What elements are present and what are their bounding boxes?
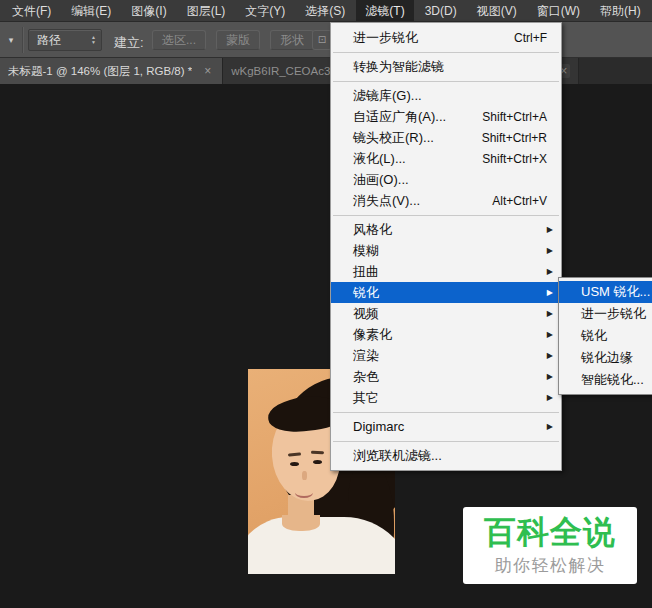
menu-item-label: 进一步锐化: [353, 29, 514, 47]
filter-menu-item[interactable]: 浏览联机滤镜...: [331, 445, 561, 466]
menu-item-label: Digimarc: [353, 419, 543, 434]
menu-item-shortcut: Shift+Ctrl+X: [482, 152, 553, 166]
photo-mouth: [295, 487, 313, 498]
submenu-item[interactable]: 锐化: [559, 325, 652, 347]
sharpen-submenu: USM 锐化...进一步锐化锐化锐化边缘智能锐化...: [558, 277, 652, 395]
watermark-subtitle: 助你轻松解决: [495, 554, 606, 577]
menu-item-label: 杂色: [353, 368, 543, 386]
menu-item-label: 液化(L)...: [353, 150, 482, 168]
menubar-item[interactable]: 滤镜(T): [356, 0, 413, 21]
filter-menu-item[interactable]: Digimarc▶: [331, 416, 561, 437]
filter-menu-item[interactable]: 消失点(V)...Alt+Ctrl+V: [331, 190, 561, 211]
menu-item-shortcut: Ctrl+F: [514, 31, 553, 45]
options-divider: [22, 27, 24, 53]
filter-menu-item[interactable]: 模糊▶: [331, 240, 561, 261]
menu-item-label: 模糊: [353, 242, 543, 260]
submenu-arrow-icon: ▶: [543, 246, 553, 255]
menu-separator: [333, 412, 559, 413]
menubar-item[interactable]: 编辑(E): [62, 0, 120, 21]
menubar-item[interactable]: 文件(F): [3, 0, 60, 21]
filter-menu-item[interactable]: 渲染▶: [331, 345, 561, 366]
tab-title: wKgB6IR_CEOAc3: [231, 65, 330, 77]
menu-item-label: 视频: [353, 305, 543, 323]
filter-menu-item[interactable]: 杂色▶: [331, 366, 561, 387]
menu-separator: [333, 215, 559, 216]
menu-item-label: 风格化: [353, 221, 543, 239]
select-arrows-icon: ▲▼: [91, 35, 101, 45]
menu-item-label: 转换为智能滤镜: [353, 58, 553, 76]
menu-separator: [333, 441, 559, 442]
menu-separator: [333, 81, 559, 82]
submenu-item[interactable]: USM 锐化...: [559, 281, 652, 303]
menubar-item[interactable]: 文字(Y): [236, 0, 294, 21]
photo-eye-right: [313, 460, 322, 464]
menubar-item[interactable]: 帮助(H): [591, 0, 650, 21]
menubar-item[interactable]: 窗口(W): [528, 0, 589, 21]
photo-nose: [302, 471, 307, 480]
filter-menu-item[interactable]: 液化(L)...Shift+Ctrl+X: [331, 148, 561, 169]
menu-item-shortcut: Alt+Ctrl+V: [492, 194, 553, 208]
watermark-title: 百科全说: [484, 515, 616, 549]
filter-menu-item[interactable]: 转换为智能滤镜: [331, 56, 561, 77]
menu-item-shortcut: Shift+Ctrl+A: [482, 110, 553, 124]
submenu-arrow-icon: ▶: [543, 351, 553, 360]
submenu-arrow-icon: ▶: [543, 422, 553, 431]
submenu-arrow-icon: ▶: [543, 309, 553, 318]
path-operations-button[interactable]: ⊡: [312, 30, 332, 50]
filter-menu-item[interactable]: 进一步锐化Ctrl+F: [331, 27, 561, 48]
menubar-item[interactable]: 图像(I): [122, 0, 175, 21]
tab-title: 未标题-1 @ 146% (图层 1, RGB/8) *: [8, 64, 192, 79]
submenu-arrow-icon: ▶: [543, 225, 553, 234]
photo-shirt: [248, 517, 395, 574]
tab-close-icon[interactable]: ×: [201, 64, 214, 78]
filter-menu: 进一步锐化Ctrl+F转换为智能滤镜滤镜库(G)...自适应广角(A)...Sh…: [330, 22, 562, 471]
submenu-arrow-icon: ▶: [543, 267, 553, 276]
menu-item-label: 像素化: [353, 326, 543, 344]
tool-preset-dropdown-icon[interactable]: ▾: [3, 33, 19, 47]
menubar-item[interactable]: 选择(S): [296, 0, 354, 21]
menu-bar: 文件(F)编辑(E)图像(I)图层(L)文字(Y)选择(S)滤镜(T)3D(D)…: [0, 0, 652, 22]
submenu-item[interactable]: 智能锐化...: [559, 369, 652, 391]
submenu-arrow-icon: ▶: [543, 288, 553, 297]
make-button[interactable]: 选区...: [152, 30, 206, 50]
submenu-arrow-icon: ▶: [543, 372, 553, 381]
tab-untitled-1[interactable]: 未标题-1 @ 146% (图层 1, RGB/8) * ×: [0, 58, 223, 84]
submenu-item[interactable]: 进一步锐化: [559, 303, 652, 325]
menu-item-label: 渲染: [353, 347, 543, 365]
menubar-item[interactable]: 3D(D): [416, 0, 466, 21]
menu-item-label: 扭曲: [353, 263, 543, 281]
menu-item-label: 镜头校正(R)...: [353, 129, 482, 147]
filter-menu-item[interactable]: 其它▶: [331, 387, 561, 408]
menu-item-label: 滤镜库(G)...: [353, 87, 553, 105]
filter-menu-item[interactable]: 油画(O)...: [331, 169, 561, 190]
make-button[interactable]: 形状: [270, 30, 314, 50]
filter-menu-item[interactable]: 风格化▶: [331, 219, 561, 240]
watermark-badge: 百科全说 助你轻松解决: [463, 507, 637, 584]
pen-mode-value: 路径: [29, 32, 91, 49]
filter-menu-item[interactable]: 视频▶: [331, 303, 561, 324]
make-button[interactable]: 蒙版: [216, 30, 260, 50]
photo-eye-left: [290, 462, 299, 466]
photo-collar: [282, 515, 320, 531]
filter-menu-item[interactable]: 自适应广角(A)...Shift+Ctrl+A: [331, 106, 561, 127]
menu-separator: [333, 52, 559, 53]
filter-menu-item[interactable]: 滤镜库(G)...: [331, 85, 561, 106]
submenu-arrow-icon: ▶: [543, 330, 553, 339]
submenu-item[interactable]: 锐化边缘: [559, 347, 652, 369]
menu-item-label: 消失点(V)...: [353, 192, 492, 210]
pen-mode-select[interactable]: 路径 ▲▼: [28, 29, 102, 51]
photo-eyebrow-right: [311, 451, 324, 455]
menu-item-label: 浏览联机滤镜...: [353, 447, 553, 465]
menu-item-label: 其它: [353, 389, 543, 407]
menubar-item[interactable]: 图层(L): [178, 0, 235, 21]
filter-menu-item[interactable]: 镜头校正(R)...Shift+Ctrl+R: [331, 127, 561, 148]
menu-item-label: 自适应广角(A)...: [353, 108, 482, 126]
menu-item-label: 锐化: [353, 284, 543, 302]
filter-menu-item[interactable]: 像素化▶: [331, 324, 561, 345]
menu-item-shortcut: Shift+Ctrl+R: [482, 131, 553, 145]
filter-menu-item[interactable]: 锐化▶: [331, 282, 561, 303]
filter-menu-item[interactable]: 扭曲▶: [331, 261, 561, 282]
photoshop-window: 文件(F)编辑(E)图像(I)图层(L)文字(Y)选择(S)滤镜(T)3D(D)…: [0, 0, 652, 608]
make-label: 建立:: [114, 34, 144, 52]
menubar-item[interactable]: 视图(V): [468, 0, 526, 21]
